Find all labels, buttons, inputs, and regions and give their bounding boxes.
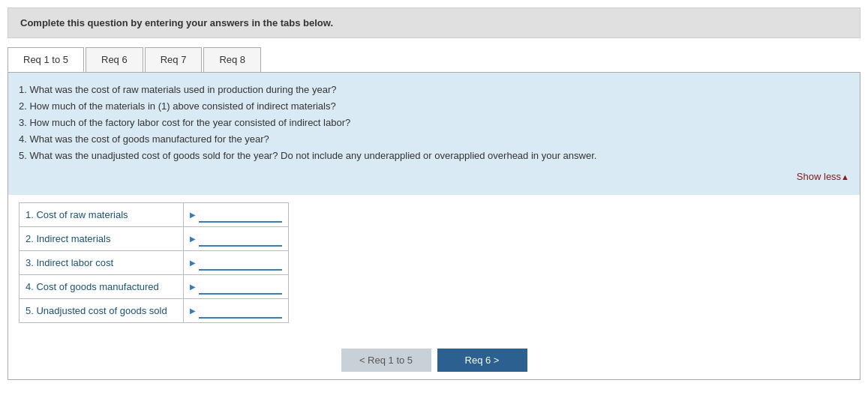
tab-req6[interactable]: Req 6 xyxy=(86,47,143,72)
input-arrow-icon-3: ▶ xyxy=(190,259,196,267)
question-line-5: 5. What was the unadjusted cost of goods… xyxy=(19,148,849,164)
question-line-3: 3. How much of the factory labor cost fo… xyxy=(19,115,849,131)
row-label-1: 1. Cost of raw materials xyxy=(20,202,184,226)
buttons-row: < Req 1 to 5 Req 6 > xyxy=(8,349,860,379)
row-input-2[interactable] xyxy=(199,231,282,247)
input-arrow-icon-4: ▶ xyxy=(190,283,196,291)
table-row: 4. Cost of goods manufactured▶ xyxy=(20,274,289,298)
main-content: 1. What was the cost of raw materials us… xyxy=(8,73,860,380)
row-label-3: 3. Indirect labor cost xyxy=(20,250,184,274)
input-arrow-icon-5: ▶ xyxy=(190,307,196,315)
row-input-3[interactable] xyxy=(199,255,282,271)
question-line-4: 4. What was the cost of goods manufactur… xyxy=(19,131,849,148)
question-line-1: 1. What was the cost of raw materials us… xyxy=(19,82,849,98)
question-block: 1. What was the cost of raw materials us… xyxy=(8,73,860,195)
table-row: 1. Cost of raw materials▶ xyxy=(20,202,289,226)
row-input-cell-5: ▶ xyxy=(184,298,289,322)
show-less-arrow-icon: ▲ xyxy=(841,172,849,181)
show-less-button[interactable]: Show less▲ xyxy=(19,169,849,185)
next-button[interactable]: Req 6 > xyxy=(437,349,527,372)
tab-req1to5[interactable]: Req 1 to 5 xyxy=(8,47,84,72)
question-line-2: 2. How much of the materials in (1) abov… xyxy=(19,98,849,115)
row-input-cell-3: ▶ xyxy=(184,250,289,274)
row-label-4: 4. Cost of goods manufactured xyxy=(20,274,184,298)
outer-container: Complete this question by entering your … xyxy=(0,0,868,410)
input-arrow-icon-1: ▶ xyxy=(190,211,196,219)
tab-req7[interactable]: Req 7 xyxy=(145,47,203,72)
row-input-cell-2: ▶ xyxy=(184,226,289,250)
table-row: 5. Unadjusted cost of goods sold▶ xyxy=(20,298,289,322)
prev-button[interactable]: < Req 1 to 5 xyxy=(341,349,431,372)
instruction-bar: Complete this question by entering your … xyxy=(8,7,860,38)
input-arrow-icon-2: ▶ xyxy=(190,235,196,243)
row-input-4[interactable] xyxy=(199,279,282,295)
form-section: 1. Cost of raw materials▶2. Indirect mat… xyxy=(8,195,860,334)
row-label-5: 5. Unadjusted cost of goods sold xyxy=(20,298,184,322)
row-input-cell-1: ▶ xyxy=(184,202,289,226)
form-table: 1. Cost of raw materials▶2. Indirect mat… xyxy=(19,202,289,323)
row-input-1[interactable] xyxy=(199,207,282,223)
instruction-text: Complete this question by entering your … xyxy=(20,17,333,28)
table-row: 2. Indirect materials▶ xyxy=(20,226,289,250)
tab-req8[interactable]: Req 8 xyxy=(203,47,261,72)
row-label-2: 2. Indirect materials xyxy=(20,226,184,250)
table-row: 3. Indirect labor cost▶ xyxy=(20,250,289,274)
row-input-cell-4: ▶ xyxy=(184,274,289,298)
tabs-container: Req 1 to 5 Req 6 Req 7 Req 8 xyxy=(8,47,860,73)
row-input-5[interactable] xyxy=(199,303,282,319)
